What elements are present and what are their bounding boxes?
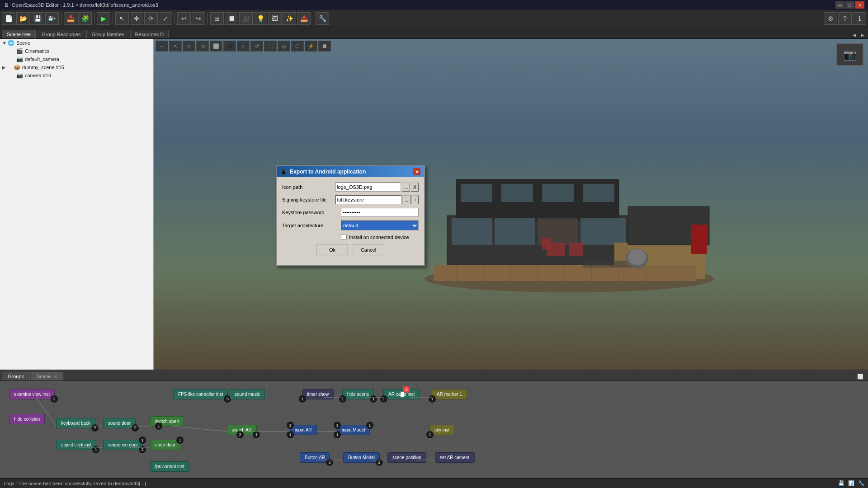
node-input-model[interactable]: input Model 1 1 1 (337, 425, 370, 435)
new-button[interactable]: 📄 (2, 12, 15, 25)
open-button[interactable]: 📂 (16, 12, 30, 25)
badge-ar-1: 1 (380, 395, 387, 403)
node-sky-inst[interactable]: sky inst 1 (429, 425, 454, 435)
tab-groups[interactable]: Groups (2, 372, 30, 380)
viewport[interactable]: ↔ ↖ ⟳ ⟲ ⬜ ⬛ ○ ↺ ⛶ ◎ ⬡ ⚡ 🔲 (154, 39, 868, 370)
default-camera-label: default_camera (25, 56, 59, 62)
node-label: hide collision (14, 417, 40, 422)
move-tool[interactable]: ✥ (130, 12, 143, 25)
target-arch-row: Target architecture default arm64-v8a ar… (282, 221, 419, 230)
node-switch-open[interactable]: switch open 1 (150, 416, 184, 427)
node-button-model[interactable]: Button Model 2 (343, 452, 380, 463)
tree-item-camera16[interactable]: 📷 camera #16 (0, 71, 153, 80)
close-button[interactable]: ✕ (855, 1, 864, 9)
tree-item-dummy-scene[interactable]: ▶ 📦 dummy_scene #15 (0, 63, 153, 71)
node-hide-collision[interactable]: hide collision (9, 414, 45, 424)
expand-dummy[interactable]: ▶ (2, 65, 5, 70)
node-ar-camera[interactable]: AR ca█e inst 2 1 (383, 389, 420, 399)
cam-button[interactable]: 🎥 (239, 12, 253, 25)
maximize-button[interactable]: □ (845, 1, 854, 9)
save-as-button[interactable]: 💾+ (45, 12, 59, 25)
tree-item-scene[interactable]: ▼ 🌐 Scene (0, 39, 153, 47)
scale-tool[interactable]: ⤢ (159, 12, 172, 25)
fx-button[interactable]: ✨ (283, 12, 296, 25)
node-canvas[interactable]: examine view inst 2 FPS like controller … (0, 381, 868, 478)
play-button[interactable]: ▶ (97, 12, 110, 25)
badge-iar-b: 1 (287, 431, 294, 438)
plugins-button[interactable]: 🧩 (78, 12, 92, 25)
undo-button[interactable]: ↩ (177, 12, 191, 25)
settings-button[interactable]: ⚙ (824, 12, 837, 25)
extra-button[interactable]: 🔧 (316, 12, 329, 25)
badge-sw-1: 1 (155, 422, 162, 430)
node-scene-position[interactable]: scene position (387, 452, 426, 463)
node-sequence-door[interactable]: sequence door 2 1 (103, 440, 143, 450)
select-tool[interactable]: ↖ (115, 12, 129, 25)
groups-tab-expand[interactable]: ⬜ (854, 373, 866, 380)
node-keyboard-back[interactable]: keyboard back 2 (56, 418, 95, 428)
node-examine-view-inst[interactable]: examine view inst 2 (9, 389, 55, 399)
node-object-click[interactable]: object click inst 1 (56, 440, 96, 450)
node-button-ar[interactable]: Button AR 2 (300, 452, 330, 463)
about-button[interactable]: ℹ (853, 12, 866, 25)
expand-scene[interactable]: ▼ (2, 40, 7, 46)
tab-group-resources[interactable]: Group Resources (37, 30, 85, 38)
render-button[interactable]: 🖼 (268, 12, 282, 25)
tab-scene[interactable]: Scene ✕ (31, 372, 63, 380)
target-arch-select[interactable]: default arm64-v8a armeabi-v7a x86 x86_64 (341, 221, 419, 230)
light-button[interactable]: 💡 (254, 12, 267, 25)
ok-button[interactable]: Ok (316, 244, 348, 255)
icon-path-browse[interactable]: ... (402, 183, 410, 192)
save-button[interactable]: 💾 (31, 12, 44, 25)
node-label: examine view inst (14, 392, 50, 397)
import-button[interactable]: 📥 (64, 12, 77, 25)
statusbar: Logs : The scene has been successfully s… (0, 478, 868, 488)
dummy-scene-icon: 📦 (14, 64, 20, 70)
install-device-checkbox[interactable] (341, 234, 347, 240)
grid-button[interactable]: ⊞ (210, 12, 224, 25)
badge-im-b: 1 (334, 431, 341, 438)
snap-button[interactable]: 🔲 (225, 12, 238, 25)
redo-button[interactable]: ↪ (192, 12, 205, 25)
tab-next[interactable]: ▶ (859, 32, 866, 38)
node-ar-marker[interactable]: AR marker 1 1 (432, 389, 467, 399)
node-label: set AR camera (440, 455, 470, 460)
status-icon-1: 💾 (838, 480, 844, 486)
node-sound-music[interactable]: sound music (230, 389, 265, 399)
minimize-button[interactable]: — (835, 1, 844, 9)
icon-path-input[interactable] (335, 183, 401, 192)
node-fps-control[interactable]: fps control inst (150, 461, 189, 472)
icon-path-row: Icon path ... X (282, 183, 419, 192)
tab-group-meshes[interactable]: Group Meshes (86, 30, 129, 38)
keystore-browse[interactable]: ... (402, 195, 410, 204)
icon-path-clear[interactable]: X (411, 183, 419, 192)
node-label: scene position (392, 455, 421, 460)
app-icon: 🖥 (4, 2, 9, 8)
help-button[interactable]: ? (838, 12, 852, 25)
node-fps-controller[interactable]: FPS like controller inst 5 (173, 389, 228, 399)
tree-item-cinematics[interactable]: 🎬 Cinematics (0, 47, 153, 55)
cinematics-label: Cinematics (25, 48, 49, 54)
cancel-button[interactable]: Cancel (353, 244, 384, 255)
node-timer-show[interactable]: timer show 1 (302, 389, 334, 399)
dialog-close-button[interactable]: ✕ (413, 168, 420, 175)
tree-item-default-camera[interactable]: 📷 default_camera (0, 55, 153, 63)
tab-prev[interactable]: ◀ (851, 32, 858, 38)
node-switch-ar[interactable]: switch AR 1 2 (227, 425, 257, 435)
keystore-password-input[interactable] (341, 208, 419, 217)
node-input-ar[interactable]: input AR 1 1 (290, 425, 317, 435)
rotate-tool[interactable]: ⟳ (144, 12, 158, 25)
node-sound-door[interactable]: sound door 2 (103, 418, 136, 428)
tab-scene-tree[interactable]: Scene tree (2, 30, 36, 38)
export-button[interactable]: 📤 (297, 12, 311, 25)
titlebar-controls: — □ ✕ (835, 1, 864, 9)
tab-scene-close[interactable]: ✕ (54, 374, 57, 379)
titlebar: 🖥 OpenSpace3D Editor : 1.9.1 > demos/lof… (0, 0, 868, 10)
keystore-add[interactable]: + (411, 195, 419, 204)
toolbar-sep-5 (208, 13, 208, 24)
node-hide-scene[interactable]: hide scene 1 1 (342, 389, 374, 399)
tab-resources-d[interactable]: Resources D (130, 30, 169, 38)
node-open-door[interactable]: open door 1 (150, 440, 180, 450)
node-set-ar-camera[interactable]: set AR camera (435, 452, 475, 463)
keystore-file-input[interactable] (335, 195, 401, 204)
